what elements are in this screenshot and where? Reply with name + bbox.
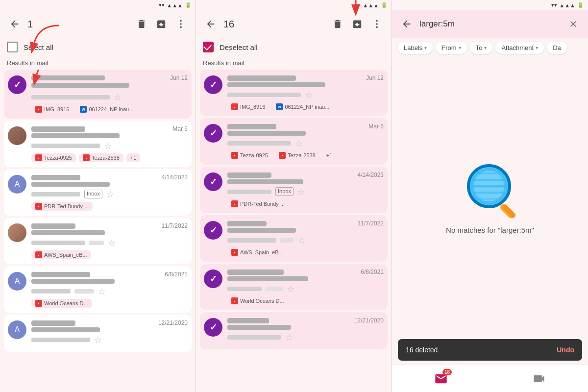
star-icon[interactable]: ☆	[295, 138, 303, 149]
attachment-chip[interactable]: ▪ IMG_8916	[31, 105, 73, 114]
attachment-name: IMG_8916	[240, 104, 265, 110]
delete-button-left[interactable]	[133, 15, 150, 33]
svg-point-1	[180, 23, 182, 25]
filter-from[interactable]: From ▾	[436, 42, 466, 54]
email-body: Jun 12 ☆ ▪ IMG_8916 W 061224_NP inau...	[31, 74, 188, 114]
attachment-chip[interactable]: ▪ IMG_8916	[227, 102, 269, 111]
filter-dropdown-icon: ▾	[536, 45, 538, 50]
filter-attachment[interactable]: Attachment ▾	[495, 42, 544, 54]
delete-button-middle[interactable]	[329, 15, 346, 33]
email-body: 12/21/2020 ☆	[31, 319, 188, 347]
attachment-row: ▪ Tezza-0925 ▪ Tezza-2538 +1	[31, 153, 188, 162]
email-body: Mar 6 ☆ ▪ Tezza-0925 ▪ Tezza-2538	[227, 123, 384, 160]
star-icon[interactable]: ☆	[106, 189, 114, 200]
email-item[interactable]: 4/14/2023 Inbox ☆ ▪ PDR-Ted Bundy ...	[200, 167, 388, 213]
attachment-name: World Oceans D...	[44, 300, 88, 306]
attachment-chip[interactable]: ▪ World Oceans D...	[227, 296, 288, 305]
attachment-chip[interactable]: W 061224_NP inau...	[272, 102, 333, 111]
email-item[interactable]: Mar 6 ☆ ▪ Tezza-0925 ▪ Tezza-2538	[4, 121, 192, 167]
filter-labels[interactable]: Labels ▾	[398, 42, 433, 54]
email-body: 12/21/2020 ☆	[227, 317, 384, 344]
attachment-chip[interactable]: ▪ AWS_Spain_eB...	[31, 250, 91, 259]
archive-button-left[interactable]	[152, 15, 170, 33]
sender-blur	[227, 172, 271, 178]
wifi-icon: ▾▾	[159, 2, 165, 8]
email-item[interactable]: 12/21/2020 ☆	[200, 312, 388, 349]
attachment-chip[interactable]: ▪ Tezza-2538	[275, 151, 319, 160]
preview-row: ☆	[227, 234, 384, 246]
email-item[interactable]: Mar 6 ☆ ▪ Tezza-0925 ▪ Tezza-2538	[200, 118, 388, 165]
filter-to-text: To	[476, 44, 483, 51]
email-item[interactable]: A 12/21/2020 ☆	[4, 315, 192, 352]
pdf-icon: ▪	[231, 297, 238, 304]
filter-dropdown-icon: ▾	[424, 45, 427, 50]
attachment-chip[interactable]: ▪ PDR-Ted Bundy ...	[227, 199, 289, 208]
avatar	[204, 221, 222, 240]
back-button-search[interactable]	[398, 15, 416, 33]
left-top-bar: 1	[0, 10, 196, 38]
star-icon[interactable]: ☆	[114, 92, 122, 103]
email-top-row: 4/14/2023	[227, 172, 384, 178]
email-date: 11/7/2022	[162, 222, 188, 229]
back-button-middle[interactable]	[202, 15, 220, 33]
star-icon[interactable]: ☆	[287, 284, 294, 294]
email-item[interactable]: A 6/8/2021 ☆ ▪ World Oceans D...	[4, 266, 192, 313]
email-date: Mar 6	[172, 125, 188, 132]
attachment-chip[interactable]: ▪ PDR-Ted Bundy ...	[31, 202, 93, 211]
back-button-left[interactable]	[6, 15, 24, 33]
email-item[interactable]: 6/8/2021 ☆ ▪ World Oceans D...	[200, 264, 388, 310]
more-button-middle[interactable]	[368, 15, 386, 33]
meet-nav-icon[interactable]	[532, 372, 546, 386]
mail-nav-icon[interactable]: 18	[434, 372, 448, 386]
attachment-name: IMG_8916	[44, 106, 69, 112]
attachment-chip[interactable]: ▪ Tezza-2538	[79, 153, 123, 162]
email-date: Jun 12	[366, 74, 384, 81]
mail-badge-count: 18	[442, 369, 452, 375]
word-icon: W	[80, 106, 87, 113]
preview-row: ☆	[31, 140, 188, 151]
attachment-chip[interactable]: W 061224_NP inau...	[76, 105, 137, 114]
email-top-row: 11/7/2022	[227, 220, 384, 227]
pdf-icon: ▪	[231, 200, 238, 207]
more-button-left[interactable]	[172, 15, 190, 33]
pdf-icon: ▪	[35, 154, 42, 161]
deselect-all-label[interactable]: Deselect all	[220, 43, 258, 51]
preview-blur	[31, 241, 85, 245]
archive-button-middle[interactable]	[348, 15, 366, 33]
attachment-name: Tezza-2538	[288, 152, 316, 158]
email-item[interactable]: 11/7/2022 ☆ ▪ AWS_Spain_eB...	[4, 218, 192, 264]
attachment-chip-plus[interactable]: +1	[322, 151, 337, 160]
sender-blur	[31, 126, 85, 132]
email-item[interactable]: 11/7/2022 ☆ ▪ AWS_Spain_eB...	[200, 215, 388, 262]
email-item[interactable]: Jun 12 ☆ ▪ IMG_8916 W 061224_NP inau...	[4, 70, 192, 119]
email-item[interactable]: A 4/14/2023 Inbox ☆ ▪ PDR-Ted Bundy ...	[4, 169, 192, 216]
attachment-chip-plus[interactable]: +1	[126, 153, 141, 162]
star-icon[interactable]: ☆	[104, 141, 112, 151]
star-icon[interactable]: ☆	[298, 235, 306, 246]
preview-blur	[227, 287, 262, 291]
star-icon[interactable]: ☆	[285, 332, 293, 343]
select-all-checkbox[interactable]	[7, 42, 18, 52]
select-all-label[interactable]: Select all	[24, 43, 53, 51]
attachment-chip[interactable]: ▪ Tezza-0925	[227, 151, 272, 160]
email-item[interactable]: Jun 12 ☆ ▪ IMG_8916 W 061224_NP inau...	[200, 70, 388, 116]
search-query[interactable]: larger:5m	[419, 19, 561, 29]
attachment-chip[interactable]: ▪ AWS_Spain_eB...	[227, 248, 287, 257]
attachment-chip[interactable]: ▪ World Oceans D...	[31, 299, 92, 308]
star-icon[interactable]: ☆	[108, 238, 116, 248]
star-icon[interactable]: ☆	[98, 286, 106, 297]
battery-icon: 🔋	[577, 2, 584, 8]
star-icon[interactable]: ☆	[94, 335, 102, 345]
filter-to[interactable]: To ▾	[470, 42, 493, 54]
deselect-all-checkbox[interactable]	[203, 42, 214, 52]
star-icon[interactable]: ☆	[305, 90, 313, 100]
search-clear-button[interactable]	[564, 15, 582, 33]
attachment-row: ▪ AWS_Spain_eB...	[31, 250, 188, 259]
attachment-chip[interactable]: ▪ Tezza-0925	[31, 153, 76, 162]
undo-button[interactable]: Undo	[557, 346, 574, 354]
selected-count-left: 1	[27, 19, 133, 30]
preview-blur2	[89, 241, 104, 245]
filter-da[interactable]: Da	[547, 42, 567, 54]
filter-label-text: Labels	[404, 44, 422, 51]
star-icon[interactable]: ☆	[297, 187, 305, 197]
